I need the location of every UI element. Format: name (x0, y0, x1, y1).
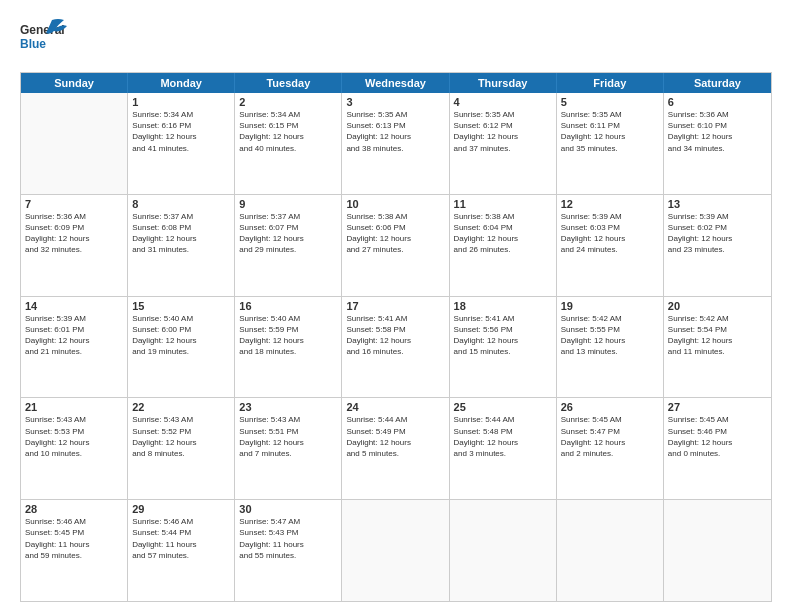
day-number: 29 (132, 503, 230, 515)
calendar-body: 1Sunrise: 5:34 AM Sunset: 6:16 PM Daylig… (21, 93, 771, 601)
day-info: Sunrise: 5:38 AM Sunset: 6:04 PM Dayligh… (454, 211, 552, 256)
day-info: Sunrise: 5:34 AM Sunset: 6:16 PM Dayligh… (132, 109, 230, 154)
calendar-cell: 28Sunrise: 5:46 AM Sunset: 5:45 PM Dayli… (21, 500, 128, 601)
day-info: Sunrise: 5:37 AM Sunset: 6:08 PM Dayligh… (132, 211, 230, 256)
day-number: 26 (561, 401, 659, 413)
day-number: 14 (25, 300, 123, 312)
page-header: GeneralBlue (20, 18, 772, 62)
day-number: 4 (454, 96, 552, 108)
calendar-row: 28Sunrise: 5:46 AM Sunset: 5:45 PM Dayli… (21, 500, 771, 601)
calendar-row: 1Sunrise: 5:34 AM Sunset: 6:16 PM Daylig… (21, 93, 771, 195)
calendar-cell (450, 500, 557, 601)
calendar-cell (557, 500, 664, 601)
day-info: Sunrise: 5:45 AM Sunset: 5:46 PM Dayligh… (668, 414, 767, 459)
calendar-cell: 2Sunrise: 5:34 AM Sunset: 6:15 PM Daylig… (235, 93, 342, 194)
calendar-cell: 1Sunrise: 5:34 AM Sunset: 6:16 PM Daylig… (128, 93, 235, 194)
day-number: 3 (346, 96, 444, 108)
day-info: Sunrise: 5:46 AM Sunset: 5:44 PM Dayligh… (132, 516, 230, 561)
calendar-cell: 23Sunrise: 5:43 AM Sunset: 5:51 PM Dayli… (235, 398, 342, 499)
calendar-cell: 17Sunrise: 5:41 AM Sunset: 5:58 PM Dayli… (342, 297, 449, 398)
day-info: Sunrise: 5:37 AM Sunset: 6:07 PM Dayligh… (239, 211, 337, 256)
day-number: 17 (346, 300, 444, 312)
svg-text:Blue: Blue (20, 37, 46, 51)
calendar-cell: 7Sunrise: 5:36 AM Sunset: 6:09 PM Daylig… (21, 195, 128, 296)
calendar-row: 21Sunrise: 5:43 AM Sunset: 5:53 PM Dayli… (21, 398, 771, 500)
day-header-wednesday: Wednesday (342, 73, 449, 93)
day-number: 5 (561, 96, 659, 108)
day-info: Sunrise: 5:41 AM Sunset: 5:56 PM Dayligh… (454, 313, 552, 358)
day-info: Sunrise: 5:39 AM Sunset: 6:02 PM Dayligh… (668, 211, 767, 256)
calendar-cell (21, 93, 128, 194)
day-number: 10 (346, 198, 444, 210)
calendar-cell: 9Sunrise: 5:37 AM Sunset: 6:07 PM Daylig… (235, 195, 342, 296)
calendar-cell: 24Sunrise: 5:44 AM Sunset: 5:49 PM Dayli… (342, 398, 449, 499)
day-number: 7 (25, 198, 123, 210)
day-number: 22 (132, 401, 230, 413)
day-info: Sunrise: 5:36 AM Sunset: 6:09 PM Dayligh… (25, 211, 123, 256)
day-header-thursday: Thursday (450, 73, 557, 93)
calendar-cell: 8Sunrise: 5:37 AM Sunset: 6:08 PM Daylig… (128, 195, 235, 296)
calendar-cell: 26Sunrise: 5:45 AM Sunset: 5:47 PM Dayli… (557, 398, 664, 499)
day-number: 2 (239, 96, 337, 108)
calendar-row: 7Sunrise: 5:36 AM Sunset: 6:09 PM Daylig… (21, 195, 771, 297)
day-number: 25 (454, 401, 552, 413)
calendar-cell: 25Sunrise: 5:44 AM Sunset: 5:48 PM Dayli… (450, 398, 557, 499)
day-info: Sunrise: 5:38 AM Sunset: 6:06 PM Dayligh… (346, 211, 444, 256)
calendar-cell: 4Sunrise: 5:35 AM Sunset: 6:12 PM Daylig… (450, 93, 557, 194)
calendar-cell: 18Sunrise: 5:41 AM Sunset: 5:56 PM Dayli… (450, 297, 557, 398)
logo-icon: GeneralBlue (20, 18, 70, 62)
day-info: Sunrise: 5:44 AM Sunset: 5:49 PM Dayligh… (346, 414, 444, 459)
logo: GeneralBlue (20, 18, 70, 62)
calendar-row: 14Sunrise: 5:39 AM Sunset: 6:01 PM Dayli… (21, 297, 771, 399)
day-number: 12 (561, 198, 659, 210)
day-number: 9 (239, 198, 337, 210)
day-info: Sunrise: 5:41 AM Sunset: 5:58 PM Dayligh… (346, 313, 444, 358)
day-number: 23 (239, 401, 337, 413)
day-number: 11 (454, 198, 552, 210)
day-info: Sunrise: 5:42 AM Sunset: 5:54 PM Dayligh… (668, 313, 767, 358)
calendar-header: SundayMondayTuesdayWednesdayThursdayFrid… (21, 73, 771, 93)
day-info: Sunrise: 5:40 AM Sunset: 5:59 PM Dayligh… (239, 313, 337, 358)
day-info: Sunrise: 5:47 AM Sunset: 5:43 PM Dayligh… (239, 516, 337, 561)
calendar-cell: 21Sunrise: 5:43 AM Sunset: 5:53 PM Dayli… (21, 398, 128, 499)
calendar-cell: 12Sunrise: 5:39 AM Sunset: 6:03 PM Dayli… (557, 195, 664, 296)
day-header-friday: Friday (557, 73, 664, 93)
day-header-tuesday: Tuesday (235, 73, 342, 93)
day-info: Sunrise: 5:45 AM Sunset: 5:47 PM Dayligh… (561, 414, 659, 459)
calendar-cell: 13Sunrise: 5:39 AM Sunset: 6:02 PM Dayli… (664, 195, 771, 296)
day-header-saturday: Saturday (664, 73, 771, 93)
day-info: Sunrise: 5:46 AM Sunset: 5:45 PM Dayligh… (25, 516, 123, 561)
day-number: 8 (132, 198, 230, 210)
day-number: 30 (239, 503, 337, 515)
calendar-cell (664, 500, 771, 601)
calendar-cell: 29Sunrise: 5:46 AM Sunset: 5:44 PM Dayli… (128, 500, 235, 601)
day-number: 6 (668, 96, 767, 108)
day-info: Sunrise: 5:34 AM Sunset: 6:15 PM Dayligh… (239, 109, 337, 154)
day-info: Sunrise: 5:42 AM Sunset: 5:55 PM Dayligh… (561, 313, 659, 358)
calendar-cell: 10Sunrise: 5:38 AM Sunset: 6:06 PM Dayli… (342, 195, 449, 296)
day-number: 20 (668, 300, 767, 312)
day-header-sunday: Sunday (21, 73, 128, 93)
calendar: SundayMondayTuesdayWednesdayThursdayFrid… (20, 72, 772, 602)
calendar-cell: 27Sunrise: 5:45 AM Sunset: 5:46 PM Dayli… (664, 398, 771, 499)
day-info: Sunrise: 5:44 AM Sunset: 5:48 PM Dayligh… (454, 414, 552, 459)
day-number: 24 (346, 401, 444, 413)
calendar-cell: 11Sunrise: 5:38 AM Sunset: 6:04 PM Dayli… (450, 195, 557, 296)
day-info: Sunrise: 5:39 AM Sunset: 6:01 PM Dayligh… (25, 313, 123, 358)
calendar-cell: 16Sunrise: 5:40 AM Sunset: 5:59 PM Dayli… (235, 297, 342, 398)
calendar-cell: 3Sunrise: 5:35 AM Sunset: 6:13 PM Daylig… (342, 93, 449, 194)
day-number: 18 (454, 300, 552, 312)
day-info: Sunrise: 5:43 AM Sunset: 5:51 PM Dayligh… (239, 414, 337, 459)
calendar-cell (342, 500, 449, 601)
calendar-cell: 19Sunrise: 5:42 AM Sunset: 5:55 PM Dayli… (557, 297, 664, 398)
day-number: 27 (668, 401, 767, 413)
calendar-cell: 6Sunrise: 5:36 AM Sunset: 6:10 PM Daylig… (664, 93, 771, 194)
day-info: Sunrise: 5:43 AM Sunset: 5:52 PM Dayligh… (132, 414, 230, 459)
day-number: 1 (132, 96, 230, 108)
day-info: Sunrise: 5:40 AM Sunset: 6:00 PM Dayligh… (132, 313, 230, 358)
calendar-cell: 5Sunrise: 5:35 AM Sunset: 6:11 PM Daylig… (557, 93, 664, 194)
day-info: Sunrise: 5:35 AM Sunset: 6:11 PM Dayligh… (561, 109, 659, 154)
day-info: Sunrise: 5:43 AM Sunset: 5:53 PM Dayligh… (25, 414, 123, 459)
day-number: 21 (25, 401, 123, 413)
day-number: 15 (132, 300, 230, 312)
